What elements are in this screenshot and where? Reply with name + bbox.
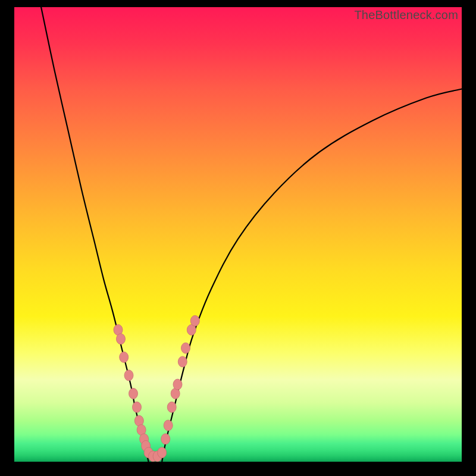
right-branch-curve: [162, 89, 462, 462]
scatter-point: [164, 420, 173, 431]
scatter-point: [133, 402, 142, 412]
scatter-markers: [114, 315, 199, 462]
scatter-point: [173, 379, 182, 390]
scatter-point: [161, 434, 170, 444]
curve-layer: [14, 7, 462, 462]
scatter-point: [129, 388, 138, 399]
scatter-point: [178, 356, 187, 367]
plot-area: TheBottleneck.com: [14, 7, 462, 462]
scatter-point: [124, 370, 133, 381]
scatter-point: [158, 447, 167, 458]
scatter-point: [120, 352, 129, 362]
scatter-point: [167, 402, 176, 412]
scatter-point: [117, 334, 126, 345]
chart-frame: TheBottleneck.com: [0, 0, 476, 476]
scatter-point: [181, 343, 190, 353]
scatter-point: [190, 315, 199, 326]
